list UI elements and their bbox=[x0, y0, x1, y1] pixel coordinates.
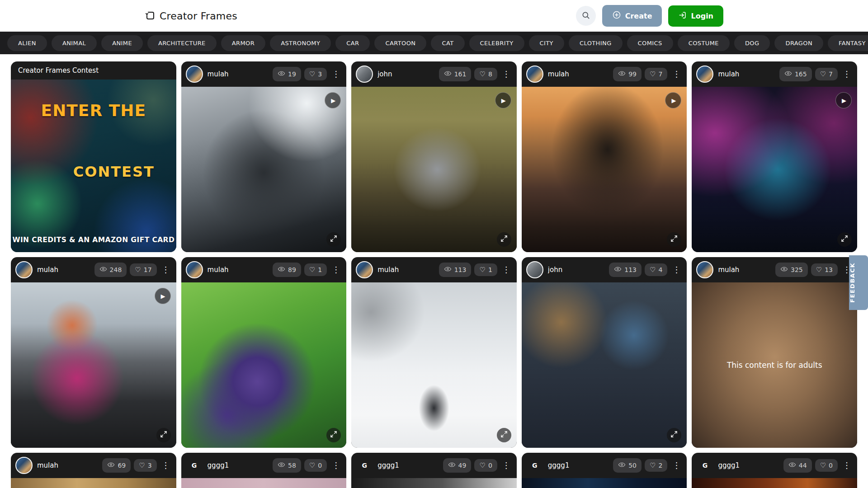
expand-button[interactable] bbox=[497, 232, 511, 247]
avatar[interactable]: G bbox=[526, 457, 543, 474]
category-pill-city[interactable]: CITY bbox=[529, 35, 564, 51]
username[interactable]: john bbox=[377, 70, 434, 78]
card-image[interactable]: This content is for adults bbox=[692, 282, 857, 448]
username[interactable]: mulah bbox=[377, 266, 434, 274]
avatar[interactable] bbox=[15, 457, 33, 474]
category-pill-dragon[interactable]: DRAGON bbox=[774, 35, 823, 51]
more-options-icon[interactable]: ⋮ bbox=[500, 69, 512, 79]
card-image[interactable] bbox=[11, 478, 176, 488]
username[interactable]: mulah bbox=[718, 70, 775, 78]
play-button[interactable]: ▶ bbox=[835, 92, 852, 108]
card-image[interactable] bbox=[181, 478, 347, 488]
likes-badge[interactable]: ♡3 bbox=[304, 68, 327, 80]
expand-button[interactable] bbox=[667, 428, 681, 442]
image-card[interactable]: john113♡4⋮ bbox=[522, 257, 687, 448]
category-pill-dog[interactable]: DOG bbox=[734, 35, 770, 51]
category-pill-costume[interactable]: COSTUME bbox=[678, 35, 730, 51]
card-image[interactable]: ▶ bbox=[181, 87, 347, 252]
image-card[interactable]: Ggggg149♡0⋮ bbox=[351, 453, 517, 488]
image-card[interactable]: mulah113♡1⋮ bbox=[351, 257, 517, 448]
image-card[interactable]: mulah99♡7⋮▶ bbox=[522, 61, 687, 252]
login-button[interactable]: Login bbox=[668, 5, 723, 27]
likes-badge[interactable]: ♡7 bbox=[815, 68, 838, 80]
avatar[interactable] bbox=[356, 66, 373, 83]
more-options-icon[interactable]: ⋮ bbox=[500, 460, 512, 470]
category-pill-cat[interactable]: CAT bbox=[431, 35, 464, 51]
category-pill-armor[interactable]: ARMOR bbox=[221, 35, 265, 51]
likes-badge[interactable]: ♡13 bbox=[811, 263, 838, 276]
image-card[interactable]: mulah89♡1⋮ bbox=[181, 257, 347, 448]
card-image[interactable]: ▶ bbox=[522, 87, 687, 252]
expand-button[interactable] bbox=[837, 232, 852, 247]
avatar[interactable] bbox=[696, 66, 713, 83]
image-card[interactable]: mulah19♡3⋮▶ bbox=[181, 61, 347, 252]
create-button[interactable]: Create bbox=[602, 5, 662, 27]
category-pill-anime[interactable]: ANIME bbox=[101, 35, 143, 51]
site-logo[interactable]: Creator Frames bbox=[145, 10, 237, 22]
username[interactable]: gggg1 bbox=[548, 461, 609, 469]
card-image[interactable]: ▶ bbox=[11, 282, 176, 448]
image-card[interactable]: mulah165♡7⋮▶ bbox=[692, 61, 857, 252]
likes-badge[interactable]: ♡8 bbox=[474, 68, 497, 80]
play-button[interactable]: ▶ bbox=[495, 92, 511, 108]
likes-badge[interactable]: ♡0 bbox=[304, 459, 327, 472]
username[interactable]: gggg1 bbox=[377, 461, 438, 469]
likes-badge[interactable]: ♡17 bbox=[130, 263, 156, 276]
image-card[interactable]: Ggggg150♡2⋮ bbox=[522, 453, 687, 488]
likes-badge[interactable]: ♡0 bbox=[474, 459, 497, 472]
avatar[interactable] bbox=[15, 261, 33, 278]
image-card[interactable]: mulah248♡17⋮▶ bbox=[11, 257, 176, 448]
avatar[interactable] bbox=[696, 261, 713, 278]
category-pill-cartoon[interactable]: CARTOON bbox=[374, 35, 426, 51]
image-card[interactable]: mulah69♡3⋮ bbox=[11, 453, 176, 488]
search-button[interactable] bbox=[576, 6, 596, 26]
category-pill-comics[interactable]: COMICS bbox=[627, 35, 673, 51]
image-card[interactable]: Ggggg144♡0⋮ bbox=[692, 453, 857, 488]
likes-badge[interactable]: ♡1 bbox=[304, 263, 327, 276]
category-pill-astronomy[interactable]: ASTRONOMY bbox=[270, 35, 331, 51]
avatar[interactable]: G bbox=[186, 457, 203, 474]
avatar[interactable]: G bbox=[356, 457, 373, 474]
expand-button[interactable] bbox=[667, 232, 681, 247]
more-options-icon[interactable]: ⋮ bbox=[330, 460, 342, 470]
more-options-icon[interactable]: ⋮ bbox=[670, 460, 682, 470]
card-image[interactable] bbox=[692, 478, 857, 488]
more-options-icon[interactable]: ⋮ bbox=[670, 265, 682, 275]
expand-button[interactable] bbox=[326, 428, 341, 442]
category-pill-car[interactable]: CAR bbox=[335, 35, 370, 51]
category-pill-alien[interactable]: ALIEN bbox=[7, 35, 47, 51]
username[interactable]: gggg1 bbox=[208, 461, 268, 469]
image-card[interactable]: john161♡8⋮▶ bbox=[351, 61, 517, 252]
image-card[interactable]: mulah325♡13⋮This content is for adults bbox=[692, 257, 857, 448]
more-options-icon[interactable]: ⋮ bbox=[160, 460, 172, 470]
expand-button[interactable] bbox=[326, 232, 341, 247]
category-pill-architecture[interactable]: ARCHITECTURE bbox=[147, 35, 217, 51]
likes-badge[interactable]: ♡2 bbox=[645, 459, 667, 472]
category-pill-clothing[interactable]: CLOTHING bbox=[569, 35, 623, 51]
play-button[interactable]: ▶ bbox=[155, 288, 171, 304]
more-options-icon[interactable]: ⋮ bbox=[160, 265, 172, 275]
card-image[interactable] bbox=[522, 282, 687, 448]
category-pill-animal[interactable]: ANIMAL bbox=[52, 35, 97, 51]
likes-badge[interactable]: ♡0 bbox=[815, 459, 838, 472]
play-button[interactable]: ▶ bbox=[325, 92, 341, 108]
likes-badge[interactable]: ♡4 bbox=[645, 263, 667, 276]
card-image[interactable] bbox=[522, 478, 687, 488]
more-options-icon[interactable]: ⋮ bbox=[841, 69, 853, 79]
card-image[interactable] bbox=[351, 478, 517, 488]
card-image[interactable] bbox=[351, 282, 517, 448]
username[interactable]: mulah bbox=[37, 266, 90, 274]
avatar[interactable] bbox=[526, 261, 543, 278]
avatar[interactable] bbox=[526, 66, 543, 83]
username[interactable]: mulah bbox=[37, 461, 98, 469]
image-card[interactable]: Ggggg158♡0⋮ bbox=[181, 453, 347, 488]
likes-badge[interactable]: ♡1 bbox=[474, 263, 497, 276]
avatar[interactable]: G bbox=[696, 457, 713, 474]
username[interactable]: john bbox=[548, 266, 604, 274]
username[interactable]: mulah bbox=[208, 70, 268, 78]
more-options-icon[interactable]: ⋮ bbox=[500, 265, 512, 275]
likes-badge[interactable]: ♡7 bbox=[645, 68, 667, 80]
more-options-icon[interactable]: ⋮ bbox=[330, 265, 342, 275]
category-pill-fantasy[interactable]: FANTASY bbox=[828, 35, 868, 51]
expand-button[interactable] bbox=[497, 428, 511, 442]
